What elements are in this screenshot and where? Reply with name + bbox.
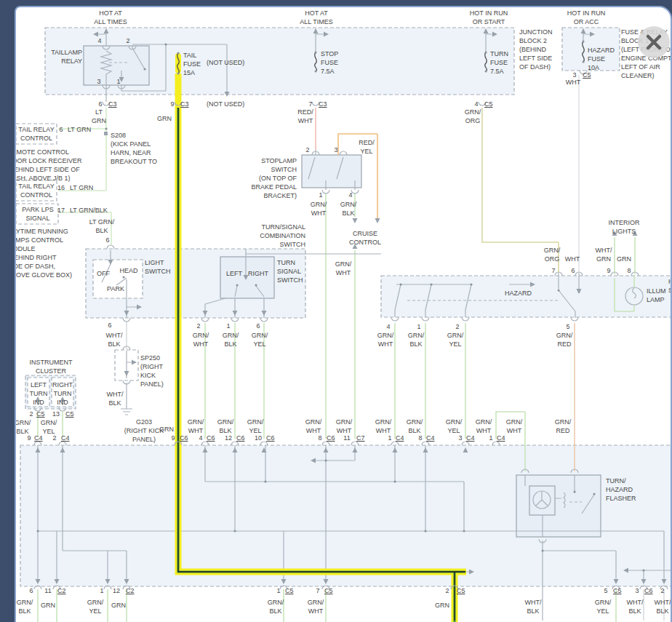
wire-color-label: WHT/ BLK	[627, 598, 644, 615]
switch-position-label: LEFT	[226, 269, 242, 278]
wire-color-label: RED/ YEL	[359, 138, 375, 156]
component-label-right-turn-ind: RIGHT TURN IND	[52, 380, 73, 407]
pin-number: 2	[445, 586, 449, 595]
pin-number: 8	[627, 266, 631, 275]
connector-ref: C3	[108, 100, 117, 108]
wire-color-label: GRN/ YEL	[446, 418, 463, 435]
wire-color-label: WHT/ BLK	[107, 390, 124, 407]
pin-number: 11	[44, 586, 51, 595]
pin-number: 6	[59, 125, 63, 134]
note-label: (NOT USED)	[207, 58, 244, 67]
pin-number: 1	[276, 586, 280, 595]
pin-number: 4	[386, 322, 390, 331]
pin-number: 6	[571, 266, 575, 275]
component-label-hazard-switch: HAZARD SWITCH	[668, 277, 672, 295]
wire-color-label: LT GRN/ BLK	[89, 218, 115, 235]
connector-ref: C5	[36, 410, 45, 418]
component-label-cruise-control: CRUISE CONTROL	[349, 229, 381, 247]
diagram-stage: HOT AT ALL TIMESHOT AT ALL TIMESHOT IN R…	[15, 6, 672, 622]
pin-number: 6	[108, 321, 111, 330]
wire-color-label: GRN/ WHT	[335, 260, 352, 277]
feed-label: HOT IN RUN OR ACC	[567, 9, 605, 26]
wire-color-label: GRN/ BLK	[223, 331, 239, 348]
component-label-tail-relay-control: TAIL RELAY CONTROL	[18, 182, 54, 199]
wire-color-label: GRN/ ORG	[465, 108, 481, 125]
connector-ref: C3	[180, 100, 189, 108]
connector-ref: C3	[319, 100, 327, 108]
component-label-instrument-cluster: INSTRUMENT CLUSTER	[30, 358, 73, 375]
pin-number: 3	[635, 586, 639, 595]
wire-color-label: GRN/ BLK	[217, 418, 234, 435]
connector-ref: C6	[644, 586, 653, 595]
wire-color-label: GRN/ BLK	[268, 598, 284, 615]
note-label: (NOT USED)	[207, 100, 244, 108]
connector-ref: C5	[285, 586, 294, 595]
wire-color-label: GRN/ WHT	[377, 331, 394, 348]
feed-label: HOT IN RUN OR START	[470, 9, 508, 26]
ground-label-g203: G203 (RIGHT KICK PANEL)	[124, 418, 164, 444]
pin-number: 3	[97, 77, 100, 86]
pin-number: 1	[100, 586, 103, 595]
connector-ref: C5	[583, 71, 591, 79]
wire-color-label: GRN	[435, 601, 449, 610]
connector-ref: C6	[236, 434, 245, 442]
pin-number: 5	[604, 586, 607, 595]
component-label-remote-receiver: REMOTE CONTROL DOOR LOCK RECEIVER (BEHIN…	[15, 148, 82, 183]
pin-number: 4	[348, 191, 352, 199]
pin-number: 9	[607, 266, 610, 275]
wire-color-label: WHT	[566, 78, 581, 87]
splice-label-sp250: SP250 (RIGHT KICK PANEL)	[140, 354, 164, 388]
pin-number: 2	[305, 145, 309, 154]
wire-color-label: GRN/ RED	[555, 418, 572, 435]
connector-ref: C5	[484, 100, 493, 108]
s208-splice-marker	[104, 132, 108, 135]
connector-ref: C5	[65, 410, 74, 418]
connector-ref: C4	[497, 434, 505, 442]
wire-color-label: GRN/ ORG	[544, 246, 561, 263]
component-label-taillamp-relay: TAILLAMP RELAY	[51, 48, 82, 65]
close-icon	[638, 26, 670, 58]
component-label-tail-fuse: TAIL FUSE 15A	[183, 51, 201, 77]
wire-color-label: GRN/ BLK	[407, 418, 423, 435]
wire-color-label: WHT/ BLK	[106, 331, 123, 348]
close-button[interactable]	[638, 26, 670, 58]
component-label-drl-module: DAYTIME RUNNING LAMPS CONTROL MODULE (BE…	[15, 227, 72, 279]
component-label-stop-fuse: STOP FUSE 7.5A	[321, 49, 338, 76]
wire-color-label: RED/ WHT	[297, 108, 313, 125]
wire-color-label: GRN/ YEL	[252, 331, 268, 348]
pin-number: 2	[660, 586, 664, 595]
connector-ref: C7	[356, 434, 365, 442]
wire-color-label: GRN/ WHT	[305, 418, 322, 435]
pin-number: 3	[334, 145, 337, 154]
pin-number: 5	[566, 322, 569, 331]
pin-number: 4	[97, 36, 101, 45]
wire-color-label: GRN	[159, 425, 174, 434]
wire-color-label: GRN/ WHT	[336, 418, 353, 435]
component-label-junction-block: JUNCTION BLOCK 2 (BEHIND LEFT SIDE OF DA…	[519, 28, 553, 71]
wire-color-label: GRN	[617, 255, 631, 263]
pin-number: 16	[57, 183, 65, 192]
pin-number: 9	[27, 434, 31, 442]
component-label-interior-lights: INTERIOR LIGHTS	[608, 218, 639, 236]
wire-color-label: WHT/ BLK	[655, 598, 671, 615]
component-label-turn-hazard-flasher: TURN/ HAZARD FLASHER	[606, 477, 636, 503]
pin-number: 1	[116, 77, 120, 86]
component-label-turn-fuse: TURN FUSE 7.5A	[490, 49, 508, 76]
wire-color-label: GRN/ BLK	[408, 331, 425, 348]
pin-number: 9	[170, 100, 174, 108]
wire-color-label: GRN/ WHT	[506, 418, 523, 435]
connector-ref: C5	[324, 586, 333, 595]
pin-number: 2	[52, 434, 56, 442]
wire-color-label: GRN/ WHT	[193, 331, 209, 348]
wire-color-label: GRN/ YEL	[87, 598, 104, 615]
component-label-tail-relay-control: TAIL RELAY CONTROL	[18, 125, 54, 143]
component-label-park-lps-signal: PARK LPS SIGNAL	[22, 205, 53, 223]
connector-ref: C6	[207, 434, 215, 442]
feed-label: HOT AT ALL TIMES	[300, 9, 333, 26]
component-label-combination-switch: TURN/SIGNAL COMBINATION SWITCH	[260, 223, 305, 249]
pin-number: 7	[316, 586, 319, 595]
pin-number: 12	[113, 586, 120, 595]
switch-position-label-hazard: HAZARD	[505, 289, 532, 298]
wire-color-label: GRN/ BLK	[17, 598, 33, 615]
wire-color-label: WHT/ GRN	[596, 246, 612, 263]
